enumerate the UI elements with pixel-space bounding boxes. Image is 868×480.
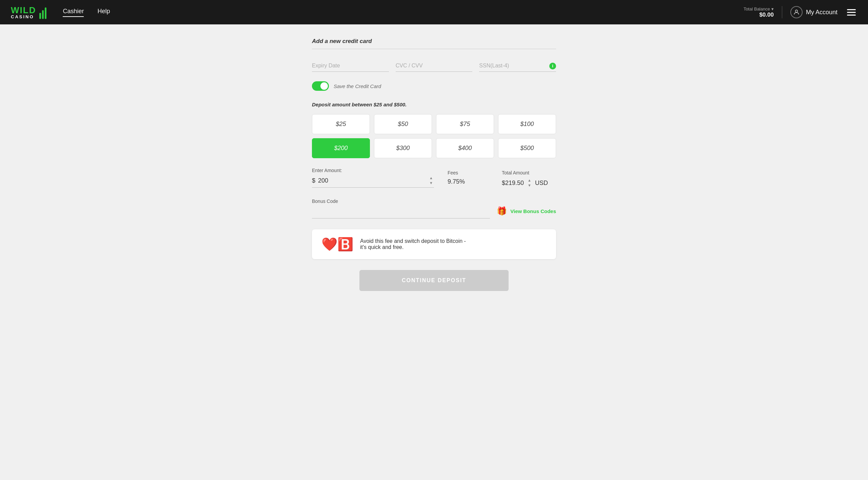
view-bonus-codes-button[interactable]: 🎁 View Bonus Codes	[497, 206, 556, 218]
fees-label: Fees	[448, 170, 488, 175]
logo-casino-text: CASINO	[11, 15, 36, 19]
total-currency: USD	[535, 180, 548, 187]
enter-amount-field: Enter Amount: $ ▲ ▼	[312, 168, 434, 188]
fees-value: 9.75%	[448, 178, 488, 188]
amount-button[interactable]: $300	[374, 138, 432, 158]
bitcoin-text: Avoid this fee and switch deposit to Bit…	[360, 238, 466, 250]
deposit-info: Deposit amount between $25 and $500.	[312, 102, 556, 107]
section-divider	[312, 49, 556, 49]
bitcoin-banner[interactable]: ❤️🅱️ Avoid this fee and switch deposit t…	[312, 229, 556, 259]
cvc-field	[396, 60, 473, 72]
bitcoin-text-line2: it's quick and free.	[360, 244, 466, 250]
amount-spinners: ▲ ▼	[428, 176, 434, 185]
navbar: WILD CASINO Cashier Help Total Balance ▾…	[0, 0, 868, 24]
logo-wild-text: WILD	[11, 6, 36, 15]
ssn-input[interactable]	[479, 60, 556, 72]
total-amount: $219.50	[502, 180, 524, 187]
hamburger-menu[interactable]	[846, 8, 857, 17]
amount-button[interactable]: $25	[312, 114, 370, 134]
my-account-button[interactable]: My Account	[790, 6, 837, 18]
amount-input[interactable]	[318, 177, 426, 184]
save-card-label: Save the Credit Card	[334, 83, 381, 89]
chevron-down-icon: ▾	[771, 6, 774, 12]
balance-amount: $0.00	[759, 12, 774, 18]
fees-field: Fees 9.75%	[448, 170, 488, 188]
bonus-label: Bonus Code	[312, 199, 490, 204]
bitcoin-emoji-icon: ❤️🅱️	[321, 237, 353, 252]
nav-links: Cashier Help	[63, 8, 110, 17]
amount-row: Enter Amount: $ ▲ ▼ Fees 9.75% Total Amo…	[312, 168, 556, 188]
account-icon	[790, 6, 803, 18]
bonus-input[interactable]	[312, 207, 490, 218]
section-title: Add a new credit card	[312, 38, 556, 45]
cvc-input[interactable]	[396, 60, 473, 72]
ssn-info-icon[interactable]: i	[549, 63, 556, 69]
ssn-field: i	[479, 60, 556, 72]
currency-up-button[interactable]: ▲	[527, 178, 532, 183]
total-value: $219.50 ▲ ▼ USD	[502, 178, 556, 188]
expiry-field	[312, 60, 389, 72]
enter-amount-label: Enter Amount:	[312, 168, 434, 173]
amount-down-button[interactable]: ▼	[428, 181, 434, 185]
card-form-row: i	[312, 60, 556, 72]
amount-button[interactable]: $75	[436, 114, 494, 134]
amount-button[interactable]: $200	[312, 138, 370, 158]
logo[interactable]: WILD CASINO	[11, 5, 46, 19]
dollar-sign: $	[312, 177, 315, 184]
amount-button[interactable]: $50	[374, 114, 432, 134]
nav-divider	[782, 6, 782, 18]
continue-deposit-button[interactable]: CONTINUE DEPOSIT	[359, 270, 509, 291]
bitcoin-text-line1: Avoid this fee and switch deposit to Bit…	[360, 238, 466, 244]
main-content: Add a new credit card i Save the Credit …	[305, 24, 563, 305]
hamburger-line-2	[847, 12, 856, 13]
save-card-toggle[interactable]	[312, 81, 329, 91]
bonus-row: Bonus Code 🎁 View Bonus Codes	[312, 199, 556, 218]
view-bonus-label: View Bonus Codes	[510, 208, 556, 214]
amount-input-wrapper: $ ▲ ▼	[312, 176, 434, 188]
total-field: Total Amount $219.50 ▲ ▼ USD	[502, 170, 556, 188]
amount-button[interactable]: $500	[498, 138, 556, 158]
hamburger-line-1	[847, 9, 856, 10]
toggle-slider	[312, 81, 329, 91]
save-card-row: Save the Credit Card	[312, 81, 556, 91]
currency-spinners: ▲ ▼	[527, 178, 532, 188]
expiry-input[interactable]	[312, 60, 389, 72]
currency-down-button[interactable]: ▼	[527, 183, 532, 188]
amount-grid: $25$50$75$100$200$300$400$500	[312, 114, 556, 158]
total-label: Total Amount	[502, 170, 556, 175]
amount-button[interactable]: $400	[436, 138, 494, 158]
nav-cashier[interactable]: Cashier	[63, 8, 84, 17]
svg-point-0	[795, 10, 798, 12]
balance-label: Total Balance ▾	[744, 6, 774, 12]
nav-help[interactable]: Help	[97, 8, 110, 17]
balance-section[interactable]: Total Balance ▾ $0.00	[744, 6, 774, 18]
logo-bars-icon	[39, 5, 46, 19]
hamburger-line-3	[847, 15, 856, 16]
amount-up-button[interactable]: ▲	[428, 176, 434, 180]
nav-right: Total Balance ▾ $0.00 My Account	[744, 6, 857, 18]
bonus-field: Bonus Code	[312, 199, 490, 218]
my-account-label: My Account	[806, 9, 837, 16]
amount-button[interactable]: $100	[498, 114, 556, 134]
gift-icon: 🎁	[497, 206, 507, 216]
